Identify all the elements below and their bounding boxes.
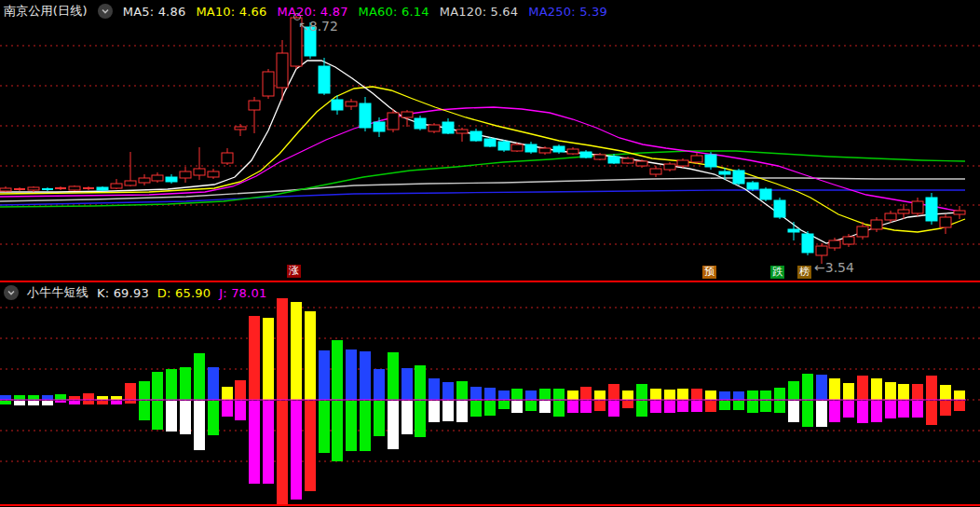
indicator-header: 小牛牛短线 K: 69.93 D: 65.90 J: 78.01 (4, 284, 266, 301)
marker-badge-yu: 预 (702, 266, 716, 279)
price-annotation: ↖8.72 (298, 19, 338, 34)
chevron-down-icon (6, 287, 17, 298)
main-chart-header: 南京公用(日线) MA5: 4.86 MA10: 4.66 MA20: 4.87… (4, 3, 607, 20)
tdx-chart-window: { "panel1": { "title": "南京公用(日线)", "ma_l… (0, 0, 980, 507)
price-annotation: ←3.54 (814, 260, 854, 275)
d-value-label: D: 65.90 (157, 286, 211, 300)
stock-title: 南京公用(日线) (4, 3, 88, 20)
indicator-title: 小牛牛短线 (27, 284, 88, 301)
k-value-label: K: 69.93 (97, 286, 149, 300)
chevron-down-icon (100, 6, 111, 17)
ma10-label: MA10: 4.66 (196, 5, 266, 19)
j-value-label: J: 78.01 (219, 286, 266, 300)
marker-badge-zhang: 涨 (287, 265, 301, 278)
marker-badge-die: 跌 (770, 266, 784, 279)
marker-badge-bang: 榜 (797, 266, 811, 279)
ma120-label: MA120: 5.64 (440, 5, 519, 19)
ma60-label: MA60: 6.14 (359, 5, 429, 19)
ma5-label: MA5: 4.86 (123, 5, 186, 19)
ma250-label: MA250: 5.39 (528, 5, 607, 19)
chart-canvas[interactable]: ↖8.72←3.54 (0, 0, 980, 507)
ma20-label: MA20: 4.87 (278, 5, 348, 19)
collapse-panel2-button[interactable] (4, 285, 19, 300)
collapse-panel1-button[interactable] (98, 4, 113, 19)
